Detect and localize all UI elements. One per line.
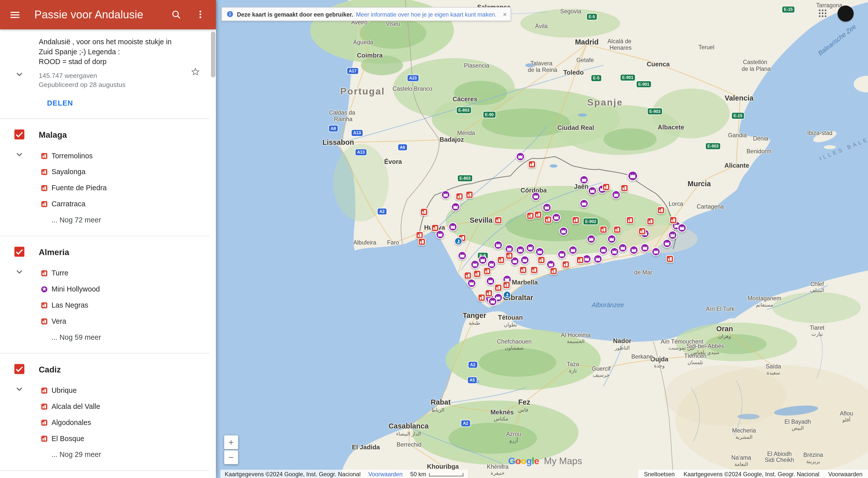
marker-castle[interactable] xyxy=(467,278,476,288)
layer-item[interactable]: Fuente de Piedra xyxy=(40,180,209,196)
marker-city[interactable] xyxy=(494,283,502,292)
avatar[interactable] xyxy=(838,5,854,22)
marker-castle[interactable] xyxy=(586,234,596,243)
marker-city[interactable] xyxy=(502,281,511,289)
layer-title[interactable]: Cadiz xyxy=(39,365,61,374)
apps-grid-icon[interactable] xyxy=(818,9,827,18)
layer-checkbox[interactable] xyxy=(14,129,24,139)
marker-castle[interactable] xyxy=(668,231,677,240)
marker-city[interactable] xyxy=(544,215,552,224)
zoom-out-button[interactable]: − xyxy=(224,450,238,464)
marker-castle[interactable] xyxy=(599,245,608,254)
chevron-down-icon[interactable] xyxy=(14,384,24,394)
layer-checkbox[interactable] xyxy=(14,364,24,374)
layer-item[interactable]: Vera xyxy=(40,313,209,329)
shortcuts-link[interactable]: Sneltoetsen xyxy=(644,471,675,477)
marker-city[interactable] xyxy=(534,211,542,219)
marker-city[interactable] xyxy=(550,267,558,275)
map-canvas[interactable]: PortugalSpanjeMadridLissabonSevillaValen… xyxy=(216,0,868,478)
zoom-in-button[interactable]: + xyxy=(224,436,238,449)
star-icon[interactable] xyxy=(190,67,200,77)
marker-castle[interactable] xyxy=(478,255,487,265)
marker-city[interactable] xyxy=(657,206,665,214)
notice-link[interactable]: Meer informatie over hoe je je eigen kaa… xyxy=(356,11,497,18)
marker-castle[interactable] xyxy=(611,190,621,199)
layer-title[interactable]: Almeria xyxy=(39,247,69,257)
marker-city[interactable] xyxy=(431,224,439,232)
marker-city[interactable] xyxy=(638,227,646,236)
share-button[interactable]: DELEN xyxy=(47,99,73,107)
marker-castle[interactable] xyxy=(580,175,589,184)
marker-castle[interactable] xyxy=(640,243,650,252)
marker-castle[interactable] xyxy=(494,240,503,250)
marker-city[interactable] xyxy=(497,256,505,264)
marker-castle[interactable] xyxy=(535,247,545,257)
layer-item[interactable]: Mini Hollywood xyxy=(40,281,209,297)
collapse-chevron-icon[interactable] xyxy=(14,69,24,79)
layer-item[interactable]: Sayalonga xyxy=(40,164,209,180)
google-logo[interactable]: Google My Maps xyxy=(508,456,582,467)
marker-city[interactable] xyxy=(613,226,621,234)
marker-city[interactable] xyxy=(620,184,628,192)
layer-item[interactable]: Carratraca xyxy=(40,196,209,212)
layer-item[interactable]: Torremolinos xyxy=(40,148,209,164)
marker-city[interactable] xyxy=(602,183,610,191)
marker-castle[interactable] xyxy=(607,234,616,243)
marker-castle[interactable] xyxy=(559,227,568,236)
marker-castle[interactable] xyxy=(568,245,578,254)
terms-link[interactable]: Voorwaarden xyxy=(368,471,403,477)
marker-castle[interactable] xyxy=(662,239,672,248)
marker-castle[interactable] xyxy=(441,190,451,199)
marker-city[interactable] xyxy=(420,208,428,216)
close-icon[interactable]: × xyxy=(499,8,510,21)
marker-city[interactable] xyxy=(528,160,536,168)
marker-city[interactable] xyxy=(494,216,502,225)
kebab-menu-icon[interactable] xyxy=(195,9,206,19)
marker-castle[interactable] xyxy=(520,255,529,265)
marker-castle[interactable] xyxy=(593,254,602,264)
marker-city[interactable] xyxy=(576,256,584,264)
layer-more-item[interactable]: ... Nog 29 meer xyxy=(40,447,209,463)
marker-water[interactable] xyxy=(454,237,462,245)
marker-castle[interactable] xyxy=(448,222,457,232)
marker-city[interactable] xyxy=(483,267,491,275)
marker-castle[interactable] xyxy=(516,152,525,161)
marker-castle[interactable] xyxy=(627,170,638,181)
marker-castle[interactable] xyxy=(531,192,540,201)
marker-city[interactable] xyxy=(464,271,472,280)
marker-castle[interactable] xyxy=(451,202,460,212)
marker-castle[interactable] xyxy=(542,203,552,212)
marker-city[interactable] xyxy=(477,294,486,302)
marker-castle[interactable] xyxy=(629,245,639,254)
marker-city[interactable] xyxy=(485,289,493,297)
marker-city[interactable] xyxy=(455,192,464,201)
terms-link[interactable]: Voorwaarden xyxy=(828,471,863,477)
marker-castle[interactable] xyxy=(557,250,566,259)
marker-city[interactable] xyxy=(562,260,570,269)
marker-castle[interactable] xyxy=(588,186,597,196)
marker-castle[interactable] xyxy=(610,247,619,257)
marker-city[interactable] xyxy=(519,266,527,274)
marker-city[interactable] xyxy=(530,266,538,274)
layer-item[interactable]: Las Negras xyxy=(40,297,209,313)
marker-castle[interactable] xyxy=(516,245,525,254)
marker-castle[interactable] xyxy=(526,243,535,252)
menu-icon[interactable] xyxy=(9,9,20,20)
layer-item[interactable]: El Bosque xyxy=(40,431,209,447)
layer-item[interactable]: Algodonales xyxy=(40,414,209,431)
marker-city[interactable] xyxy=(505,251,514,260)
marker-water[interactable] xyxy=(503,291,511,299)
marker-city[interactable] xyxy=(599,226,608,234)
marker-castle[interactable] xyxy=(580,199,589,208)
marker-castle[interactable] xyxy=(651,247,661,257)
marker-city[interactable] xyxy=(537,256,546,264)
marker-city[interactable] xyxy=(666,255,674,263)
marker-castle[interactable] xyxy=(677,223,687,233)
sidebar-scrollbar[interactable] xyxy=(211,31,215,77)
search-icon[interactable] xyxy=(171,9,182,20)
marker-city[interactable] xyxy=(526,212,534,220)
marker-city[interactable] xyxy=(626,216,634,225)
marker-city[interactable] xyxy=(417,238,426,246)
chevron-down-icon[interactable] xyxy=(14,149,24,159)
marker-city[interactable] xyxy=(571,216,580,225)
